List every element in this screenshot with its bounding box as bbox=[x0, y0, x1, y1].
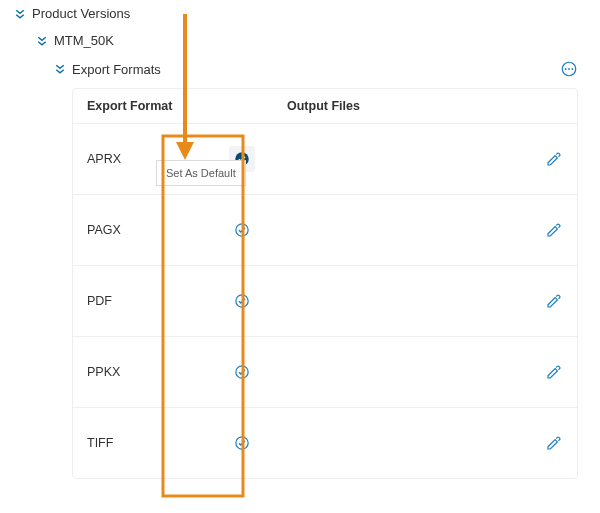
pencil-icon bbox=[545, 292, 563, 310]
cell-output bbox=[287, 295, 503, 308]
edit-button[interactable] bbox=[545, 292, 563, 310]
check-outline-icon bbox=[233, 363, 251, 381]
overflow-menu-button[interactable] bbox=[560, 60, 578, 78]
cell-output bbox=[287, 224, 503, 237]
tree-row-export-formats: Export Formats bbox=[0, 54, 600, 84]
set-default-button[interactable] bbox=[229, 217, 255, 243]
cell-actions bbox=[503, 292, 563, 310]
edit-button[interactable] bbox=[545, 434, 563, 452]
cell-actions bbox=[503, 363, 563, 381]
column-header-output: Output Files bbox=[287, 99, 503, 113]
cell-actions bbox=[503, 150, 563, 168]
svg-point-3 bbox=[571, 68, 573, 70]
set-default-button[interactable] bbox=[229, 430, 255, 456]
cell-default bbox=[197, 217, 287, 243]
tree-label-export-formats: Export Formats bbox=[72, 62, 161, 77]
cell-default bbox=[197, 359, 287, 385]
cell-format: PDF bbox=[87, 294, 197, 308]
cell-default bbox=[197, 288, 287, 314]
pencil-icon bbox=[545, 221, 563, 239]
check-outline-icon bbox=[233, 221, 251, 239]
export-formats-table: Export Format - Output Files - APRX Set … bbox=[72, 88, 578, 479]
overflow-icon bbox=[560, 60, 578, 78]
edit-button[interactable] bbox=[545, 363, 563, 381]
cell-format: PAGX bbox=[87, 223, 197, 237]
set-default-tooltip: Set As Default bbox=[156, 160, 246, 186]
table-row: TIFF bbox=[73, 408, 577, 478]
tree-row-version[interactable]: MTM_50K bbox=[0, 27, 600, 54]
set-default-button[interactable] bbox=[229, 359, 255, 385]
cell-default bbox=[197, 430, 287, 456]
tree-label-version: MTM_50K bbox=[54, 33, 114, 48]
tooltip-text: Set As Default bbox=[166, 167, 236, 179]
chevron-down-double-icon bbox=[54, 63, 66, 75]
edit-button[interactable] bbox=[545, 221, 563, 239]
tree-row-export-formats-toggle[interactable]: Export Formats bbox=[54, 62, 161, 77]
pencil-icon bbox=[545, 434, 563, 452]
table-header: Export Format - Output Files - bbox=[73, 89, 577, 124]
svg-point-2 bbox=[568, 68, 570, 70]
table-row: PDF bbox=[73, 266, 577, 337]
check-outline-icon bbox=[233, 292, 251, 310]
table-row: PAGX bbox=[73, 195, 577, 266]
check-outline-icon bbox=[233, 434, 251, 452]
pencil-icon bbox=[545, 150, 563, 168]
cell-output bbox=[287, 437, 503, 450]
table-row: PPKX bbox=[73, 337, 577, 408]
cell-format: PPKX bbox=[87, 365, 197, 379]
cell-actions bbox=[503, 221, 563, 239]
tree-label-product-versions: Product Versions bbox=[32, 6, 130, 21]
table-row: APRX Set As Default bbox=[73, 124, 577, 195]
chevron-down-double-icon bbox=[14, 8, 26, 20]
set-default-button[interactable] bbox=[229, 288, 255, 314]
tree-row-product-versions[interactable]: Product Versions bbox=[0, 0, 600, 27]
chevron-down-double-icon bbox=[36, 35, 48, 47]
cell-format: TIFF bbox=[87, 436, 197, 450]
pencil-icon bbox=[545, 363, 563, 381]
column-header-format: Export Format bbox=[87, 99, 197, 113]
edit-button[interactable] bbox=[545, 150, 563, 168]
cell-actions bbox=[503, 434, 563, 452]
cell-output bbox=[287, 153, 503, 166]
cell-output bbox=[287, 366, 503, 379]
svg-point-1 bbox=[565, 68, 567, 70]
